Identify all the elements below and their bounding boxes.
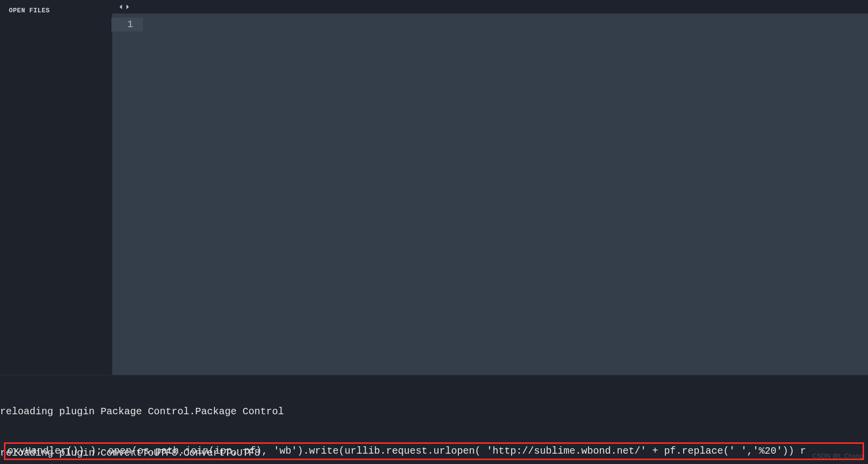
tab-navigation — [118, 4, 131, 10]
open-files-header: OPEN FILES — [0, 0, 112, 18]
tab-next-icon[interactable] — [125, 4, 131, 10]
console-line: reloading plugin Package Control.Package… — [0, 405, 868, 419]
sidebar: OPEN FILES — [0, 0, 112, 375]
console-input-highlight — [4, 442, 864, 460]
tab-bar — [112, 0, 868, 14]
line-number: 1 — [111, 18, 143, 32]
code-area[interactable] — [144, 14, 868, 375]
console-panel: reloading plugin Package Control.Package… — [0, 375, 868, 464]
main-area: OPEN FILES 1 — [0, 0, 868, 375]
editor-body[interactable]: 1 — [112, 14, 868, 375]
console-input[interactable] — [7, 444, 861, 458]
line-number-gutter: 1 — [112, 14, 144, 375]
editor-wrap: 1 — [112, 0, 868, 375]
tab-prev-icon[interactable] — [118, 4, 124, 10]
